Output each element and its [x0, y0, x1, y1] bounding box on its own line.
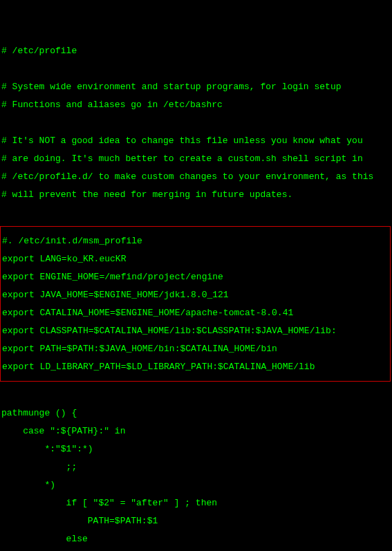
code-line: case ":${PATH}:" in [1, 427, 391, 436]
code-line: export JAVA_HOME=$ENGINE_HOME/jdk1.8.0_1… [2, 290, 389, 299]
code-line [1, 208, 391, 217]
code-line: PATH=$PATH:$1 [1, 516, 391, 525]
code-line: if [ "$2" = "after" ] ; then [1, 498, 391, 507]
code-line: else [1, 534, 391, 543]
code-line: # /etc/profile.d/ to make custom changes… [1, 172, 391, 181]
code-line: # System wide environment and startup pr… [1, 82, 391, 91]
code-line: export CATALINA_HOME=$ENGINE_HOME/apache… [2, 308, 389, 317]
terminal-output: # /etc/profile # System wide environment… [1, 37, 391, 551]
code-line: #. /etc/init.d/msm_profile [2, 236, 389, 245]
code-line: export PATH=$PATH:$JAVA_HOME/bin:$CATALI… [2, 344, 389, 353]
code-line: *:"$1":*) [1, 445, 391, 454]
code-line [1, 118, 391, 127]
code-line [1, 391, 391, 400]
highlighted-region: #. /etc/init.d/msm_profile export LANG=k… [0, 226, 391, 382]
code-line: export CLASSPATH=$CATALINA_HOME/lib:$CLA… [2, 326, 389, 335]
code-line: # It's NOT a good idea to change this fi… [1, 136, 391, 145]
code-line: # /etc/profile [1, 46, 391, 55]
code-line: ;; [1, 463, 391, 471]
code-line: export LANG=ko_KR.eucKR [2, 254, 389, 263]
code-line: pathmunge () { [1, 409, 391, 418]
code-line: export ENGINE_HOME=/mefind/project/engin… [2, 272, 389, 281]
code-line: export LD_LIBRARY_PATH=$LD_LIBRARY_PATH:… [2, 362, 389, 371]
code-line: # are doing. It's much better to create … [1, 154, 391, 163]
code-line: *) [1, 480, 391, 489]
code-line [1, 64, 391, 73]
code-line: # Functions and aliases go in /etc/bashr… [1, 100, 391, 109]
code-line: # will prevent the need for merging in f… [1, 190, 391, 199]
